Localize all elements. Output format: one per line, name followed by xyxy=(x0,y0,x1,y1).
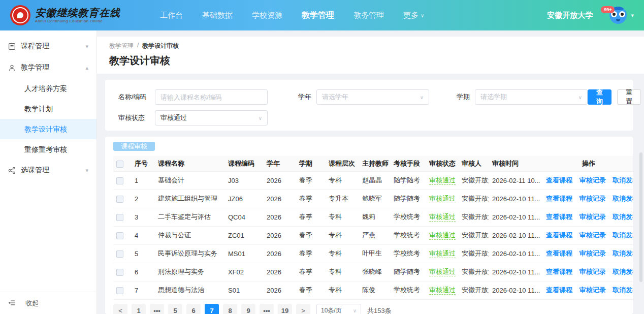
view-course-link[interactable]: 查看课程 xyxy=(546,176,572,184)
nav-item-workbench[interactable]: 工作台 xyxy=(160,11,183,20)
logo-subtitle: Anhui Continuing Education Online xyxy=(35,19,120,23)
user-menu-caret-icon[interactable]: ▾ xyxy=(631,12,634,19)
search-button[interactable]: 查询 xyxy=(588,89,611,105)
sidebar-item-course-selection[interactable]: 选课管理 ▾ xyxy=(0,160,96,181)
nav-item-school-resources[interactable]: 学校资源 xyxy=(252,11,282,20)
reset-button[interactable]: 重置 xyxy=(617,89,641,105)
logo-title: 安徽继续教育在线 xyxy=(35,7,120,18)
vertical-scrollbar[interactable] xyxy=(639,152,642,282)
pagination-next-button[interactable]: > xyxy=(296,304,310,314)
select-all-checkbox[interactable] xyxy=(116,161,123,168)
view-course-link[interactable]: 查看课程 xyxy=(546,213,572,221)
cancel-publish-link[interactable]: 取消发布 xyxy=(613,268,633,275)
audit-record-link[interactable]: 审核记录 xyxy=(579,249,606,257)
pagination-page-19[interactable]: 19 xyxy=(278,304,292,314)
pagination-ellipsis[interactable]: ••• xyxy=(150,304,164,314)
row-checkbox[interactable] xyxy=(116,287,123,294)
col-course-name: 课程名称 xyxy=(155,156,225,171)
cancel-publish-link[interactable]: 取消发布 xyxy=(613,176,633,184)
caret-up-icon: ▴ xyxy=(85,65,88,71)
audit-status-select[interactable]: 审核通过 ∨ xyxy=(155,110,268,125)
col-teacher: 主持教师 xyxy=(359,156,391,171)
audit-record-link[interactable]: 审核记录 xyxy=(579,268,606,275)
school-year-select[interactable]: 请选学年 ∨ xyxy=(316,89,429,105)
sidebar-item-talent-training-plan[interactable]: 人才培养方案 xyxy=(0,78,96,99)
status-badge: 审核通过 xyxy=(429,231,456,240)
app-logo[interactable]: 安徽继续教育在线 Anhui Continuing Education Onli… xyxy=(10,5,120,25)
cancel-publish-link[interactable]: 取消发布 xyxy=(613,286,633,294)
main-content: 教学管理 / 教学设计审核 教学设计审核 名称/编码 学年 请选学年 xyxy=(97,30,644,314)
audit-record-link[interactable]: 审核记录 xyxy=(579,176,606,184)
cancel-publish-link[interactable]: 取消发布 xyxy=(613,195,633,202)
status-badge: 审核通过 xyxy=(429,176,456,185)
chevron-down-icon: ∨ xyxy=(421,13,424,18)
sidebar-item-teaching-management[interactable]: 教学管理 ▴ xyxy=(0,57,96,78)
col-audit-time: 审核时间 xyxy=(489,156,543,171)
audit-record-link[interactable]: 审核记录 xyxy=(579,213,606,221)
course-audit-button[interactable]: 课程审核 xyxy=(113,142,155,151)
chevron-down-icon: ∨ xyxy=(420,95,424,100)
audit-record-link[interactable]: 审核记录 xyxy=(579,231,606,239)
col-term: 学期 xyxy=(296,156,326,171)
pagination-ellipsis[interactable]: ••• xyxy=(260,304,274,314)
cancel-publish-link[interactable]: 取消发布 xyxy=(613,213,633,221)
pagination-page-8[interactable]: 8 xyxy=(223,304,237,314)
row-checkbox[interactable] xyxy=(116,214,123,221)
sidebar-item-course-management[interactable]: 课程管理 ▾ xyxy=(0,36,96,57)
col-status: 审核状态 xyxy=(426,156,459,171)
row-checkbox[interactable] xyxy=(116,196,123,203)
table-row: 4 仲裁与公证 ZC01 2026 春季 专科 严燕 学校统考 审核通过 安徽开… xyxy=(113,226,633,244)
share-nodes-icon xyxy=(8,167,16,174)
nav-item-more[interactable]: 更多 ∨ xyxy=(403,11,424,20)
chevron-down-icon: ∨ xyxy=(353,308,357,313)
view-course-link[interactable]: 查看课程 xyxy=(546,195,572,202)
pagination-page-9[interactable]: 9 xyxy=(241,304,255,314)
pagination-prev-button[interactable]: < xyxy=(113,304,127,314)
filter-panel: 名称/编码 学年 请选学年 ∨ 学期 请选学期 xyxy=(105,80,633,131)
sidebar-collapse-button[interactable]: 收起 xyxy=(0,292,96,314)
sidebar: 课程管理 ▾ 教学管理 ▴ 人才培养方案 教学计划 教学设计审核 重修重考审核 … xyxy=(0,30,97,314)
term-select[interactable]: 请选学期 ∨ xyxy=(475,89,588,105)
logo-seal-icon xyxy=(10,5,30,25)
avatar-mouth-icon xyxy=(616,19,620,21)
user-icon xyxy=(8,64,16,72)
nav-item-academic-affairs[interactable]: 教务管理 xyxy=(353,11,384,20)
view-course-link[interactable]: 查看课程 xyxy=(546,231,572,239)
audit-record-link[interactable]: 审核记录 xyxy=(579,195,606,202)
pagination-page-1[interactable]: 1 xyxy=(132,304,146,314)
notification-badge: 99+ xyxy=(601,6,615,13)
pagination-page-6[interactable]: 6 xyxy=(186,304,201,314)
view-course-link[interactable]: 查看课程 xyxy=(546,268,572,275)
sidebar-item-teaching-design-audit[interactable]: 教学设计审核 xyxy=(0,119,96,139)
row-checkbox[interactable] xyxy=(116,177,123,184)
table-header-row: 序号 课程名称 课程编码 学年 学期 课程层次 主持教师 考核手段 审核状态 审… xyxy=(113,156,633,171)
pagination: < 1 ••• 5 6 7 8 9 ••• 19 > 10条/页 ∨ 共153条 xyxy=(113,304,625,314)
breadcrumb-parent[interactable]: 教学管理 xyxy=(109,42,134,50)
table-row: 5 民事诉讼原理与实务 MS01 2026 春季 专科 叶甲生 学校统考 审核通… xyxy=(113,244,633,263)
name-code-input[interactable] xyxy=(155,89,268,105)
status-badge: 审核通过 xyxy=(429,195,456,203)
status-badge: 审核通过 xyxy=(429,249,456,258)
pagination-page-5[interactable]: 5 xyxy=(168,304,182,314)
view-course-link[interactable]: 查看课程 xyxy=(546,249,572,257)
view-course-link[interactable]: 查看课程 xyxy=(546,286,572,294)
sidebar-item-teaching-plan[interactable]: 教学计划 xyxy=(0,99,96,119)
col-year: 学年 xyxy=(264,156,296,171)
top-nav-bar: 安徽继续教育在线 Anhui Continuing Education Onli… xyxy=(0,0,644,30)
sidebar-item-retake-audit[interactable]: 重修重考审核 xyxy=(0,139,96,160)
nav-item-teaching-management[interactable]: 教学管理 xyxy=(302,10,334,21)
col-course-code: 课程编码 xyxy=(225,156,264,171)
pagination-page-7-active[interactable]: 7 xyxy=(205,304,219,314)
audit-record-link[interactable]: 审核记录 xyxy=(579,286,606,294)
course-table: 序号 课程名称 课程编码 学年 学期 课程层次 主持教师 考核手段 审核状态 审… xyxy=(113,156,633,300)
page-size-select[interactable]: 10条/页 ∨ xyxy=(316,304,361,314)
status-badge: 审核通过 xyxy=(429,268,456,276)
nav-item-base-data[interactable]: 基础数据 xyxy=(202,11,233,20)
row-checkbox[interactable] xyxy=(116,250,123,258)
row-checkbox[interactable] xyxy=(116,269,123,276)
cancel-publish-link[interactable]: 取消发布 xyxy=(613,231,633,239)
table-row: 7 思想道德与法治 S01 2026 春季 专科 陈俊 学校统考 审核通过 安徽… xyxy=(113,281,633,299)
row-checkbox[interactable] xyxy=(116,232,123,239)
pagination-total: 共153条 xyxy=(367,306,392,314)
cancel-publish-link[interactable]: 取消发布 xyxy=(613,249,633,257)
